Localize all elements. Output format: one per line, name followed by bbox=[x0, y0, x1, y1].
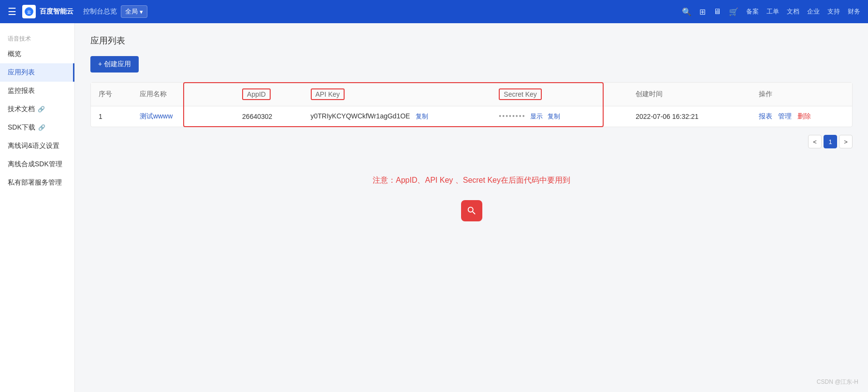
external-link-icon: 🔗 bbox=[38, 106, 45, 113]
logo-icon: 云 bbox=[24, 7, 34, 16]
table-body: 1 测试wwww 26640302 y0TRIyKCYQWCkfWr1agGd1… bbox=[91, 106, 852, 127]
enterprise-link[interactable]: 企业 bbox=[807, 7, 820, 16]
create-app-button[interactable]: + 创建应用 bbox=[90, 56, 139, 73]
table-wrapper: 序号 应用名称 AppID API Key Secret Key 创 bbox=[90, 82, 853, 127]
logo-badge: 云 bbox=[22, 5, 36, 18]
table-header: 序号 应用名称 AppID API Key Secret Key 创 bbox=[91, 83, 852, 106]
cell-app-name: 测试wwww bbox=[132, 106, 234, 127]
col-actions: 操作 bbox=[751, 83, 852, 106]
sidebar-item-label: 私有部署服务管理 bbox=[8, 178, 62, 187]
col-apikey: API Key bbox=[303, 83, 492, 106]
pagination: < 1 > bbox=[90, 127, 853, 156]
sidebar-item-label: 应用列表 bbox=[8, 68, 35, 77]
sidebar-item-label: 离线合成SDK管理 bbox=[8, 160, 62, 169]
search-circle-icon[interactable] bbox=[461, 200, 482, 221]
external-link-icon: 🔗 bbox=[38, 124, 45, 131]
cell-appid: 26640302 bbox=[234, 106, 303, 127]
nav-console[interactable]: 控制台总览 bbox=[83, 7, 117, 16]
sidebar-item-label: 监控报表 bbox=[8, 87, 35, 95]
col-appid: AppID bbox=[234, 83, 303, 106]
main-content: 应用列表 + 创建应用 序号 应用名称 AppID bbox=[75, 23, 868, 392]
sidebar-item-docs[interactable]: 技术文档 🔗 bbox=[0, 100, 74, 118]
action-manage-link[interactable]: 管理 bbox=[778, 112, 792, 120]
workorder-link[interactable]: 工单 bbox=[767, 7, 779, 16]
support-link[interactable]: 支持 bbox=[827, 7, 840, 16]
col-created: 创建时间 bbox=[628, 83, 751, 106]
sidebar-item-label: SDK下载 bbox=[8, 123, 35, 132]
sidebar-item-label: 离线词&语义设置 bbox=[8, 142, 59, 150]
api-key-copy-link[interactable]: 复制 bbox=[416, 113, 428, 120]
secret-key-masked: •••••••• bbox=[499, 112, 525, 120]
sidebar-item-overview[interactable]: 概览 bbox=[0, 45, 74, 63]
sidebar-item-label: 技术文档 bbox=[8, 105, 35, 114]
notice-text: 注意：AppID、API Key 、Secret Key在后面代码中要用到 bbox=[90, 175, 853, 186]
page-1-button[interactable]: 1 bbox=[824, 135, 837, 148]
cell-created-time: 2022-07-06 16:32:21 bbox=[628, 106, 751, 127]
app-table: 序号 应用名称 AppID API Key Secret Key 创 bbox=[91, 83, 852, 127]
menu-icon[interactable]: ☰ bbox=[8, 6, 16, 17]
monitor-icon[interactable]: 🖥 bbox=[713, 7, 721, 16]
logo-text: 百度智能云 bbox=[40, 7, 73, 16]
search-icon bbox=[466, 205, 477, 216]
sidebar-item-private-deploy[interactable]: 私有部署服务管理 bbox=[0, 174, 74, 192]
chevron-down-icon: ▾ bbox=[140, 8, 143, 15]
topbar: ☰ 云 百度智能云 控制台总览 全局 ▾ 🔍 ⊞ 🖥 🛒 备案 工单 文档 企业… bbox=[0, 0, 868, 23]
beian-link[interactable]: 备案 bbox=[746, 7, 759, 16]
secret-key-show-link[interactable]: 显示 bbox=[530, 113, 543, 120]
sidebar-item-offline-sdk[interactable]: 离线合成SDK管理 bbox=[0, 155, 74, 174]
cart-icon[interactable]: 🛒 bbox=[729, 7, 738, 16]
sidebar-item-applist[interactable]: 应用列表 bbox=[0, 63, 74, 82]
sidebar-category: 语音技术 bbox=[0, 31, 74, 45]
footer-note: CSDN @江东-H bbox=[817, 378, 858, 386]
action-report-link[interactable]: 报表 bbox=[759, 112, 772, 120]
appid-header-box: AppID bbox=[242, 88, 271, 100]
sidebar-item-label: 概览 bbox=[8, 50, 21, 58]
topbar-right: 🔍 ⊞ 🖥 🛒 备案 工单 文档 企业 支持 财务 bbox=[682, 7, 860, 16]
region-selector[interactable]: 全局 ▾ bbox=[121, 5, 147, 18]
prev-page-button[interactable]: < bbox=[808, 135, 822, 148]
col-index: 序号 bbox=[91, 83, 132, 106]
cell-index: 1 bbox=[91, 106, 132, 127]
cell-apikey: y0TRIyKCYQWCkfWr1agGd1OE 复制 bbox=[303, 106, 492, 127]
logo: 云 百度智能云 bbox=[22, 5, 73, 18]
api-key-value: y0TRIyKCYQWCkfWr1agGd1OE bbox=[311, 112, 410, 120]
table-row: 1 测试wwww 26640302 y0TRIyKCYQWCkfWr1agGd1… bbox=[91, 106, 852, 127]
col-secretkey: Secret Key bbox=[491, 83, 628, 106]
sidebar-item-offline-words[interactable]: 离线词&语义设置 bbox=[0, 137, 74, 155]
next-page-button[interactable]: > bbox=[839, 135, 853, 148]
apikey-header-box: API Key bbox=[311, 88, 345, 100]
col-app-name: 应用名称 bbox=[132, 83, 234, 106]
cell-secretkey: •••••••• 显示 复制 bbox=[491, 106, 628, 127]
sidebar-item-monitor[interactable]: 监控报表 bbox=[0, 82, 74, 100]
sidebar: 语音技术 概览 应用列表 监控报表 技术文档 🔗 SDK下载 🔗 离线词&语义设… bbox=[0, 23, 75, 392]
grid-icon[interactable]: ⊞ bbox=[699, 7, 706, 16]
table-container: 序号 应用名称 AppID API Key Secret Key 创 bbox=[90, 82, 853, 127]
layout: 语音技术 概览 应用列表 监控报表 技术文档 🔗 SDK下载 🔗 离线词&语义设… bbox=[0, 23, 868, 392]
search-icon[interactable]: 🔍 bbox=[682, 7, 692, 16]
secret-key-copy-link[interactable]: 复制 bbox=[548, 113, 560, 120]
action-delete-link[interactable]: 删除 bbox=[797, 112, 811, 120]
app-name-link[interactable]: 测试wwww bbox=[140, 112, 173, 120]
finance-link[interactable]: 财务 bbox=[848, 7, 860, 16]
cell-actions: 报表 管理 删除 bbox=[751, 106, 852, 127]
sidebar-item-sdk[interactable]: SDK下载 🔗 bbox=[0, 118, 74, 137]
page-title: 应用列表 bbox=[90, 35, 853, 46]
secretkey-header-box: Secret Key bbox=[499, 88, 541, 100]
svg-text:云: 云 bbox=[27, 10, 31, 15]
docs-link[interactable]: 文档 bbox=[787, 7, 799, 16]
